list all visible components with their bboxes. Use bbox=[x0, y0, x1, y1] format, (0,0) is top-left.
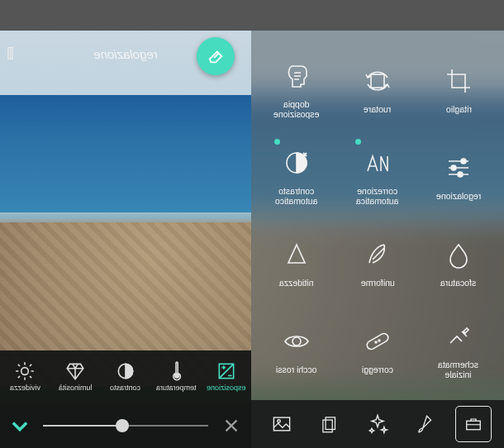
tab-contrasto[interactable]: contrasto bbox=[101, 350, 151, 403]
tool-label: ruotare bbox=[364, 104, 391, 114]
svg-point-14 bbox=[278, 420, 281, 423]
svg-rect-4 bbox=[371, 74, 384, 88]
nav-layers[interactable] bbox=[311, 406, 348, 442]
rotate-icon bbox=[361, 64, 394, 98]
tool-label: nitidezza bbox=[279, 278, 313, 288]
status-dot bbox=[355, 139, 361, 145]
tool-ritaglio[interactable]: ritaglio bbox=[418, 45, 499, 132]
adjustment-slider[interactable] bbox=[43, 425, 208, 427]
close-icon bbox=[222, 417, 240, 435]
app-root: [|] regolazione vividezza luminosità con bbox=[0, 0, 504, 448]
svg-point-11 bbox=[375, 341, 377, 343]
status-dot bbox=[274, 139, 280, 145]
splash-icon bbox=[442, 320, 475, 353]
sliders-icon bbox=[442, 151, 475, 184]
tab-temperatura[interactable]: temperatura bbox=[150, 350, 201, 403]
tool-regolazione[interactable]: regolazione bbox=[418, 132, 499, 219]
slider-bar bbox=[0, 403, 251, 448]
cancel-button[interactable] bbox=[212, 417, 251, 435]
sharpen-icon bbox=[280, 238, 313, 271]
accept-button[interactable] bbox=[0, 414, 40, 437]
workspace: [|] regolazione vividezza luminosità con bbox=[0, 31, 504, 448]
svg-rect-16 bbox=[323, 420, 332, 432]
sparkle-icon bbox=[366, 412, 389, 436]
tab-esposizione[interactable]: esposizione bbox=[201, 350, 251, 403]
tool-label: schermata iniziale bbox=[438, 360, 478, 379]
tool-label: regolazione bbox=[436, 191, 481, 201]
layers-icon bbox=[319, 413, 340, 435]
eraser-icon bbox=[207, 47, 225, 65]
exposure-icon bbox=[216, 363, 237, 379]
svg-point-8 bbox=[458, 172, 463, 177]
tab-label: temperatura bbox=[156, 384, 197, 392]
image-icon bbox=[270, 412, 293, 436]
feather-icon bbox=[361, 238, 394, 271]
nav-brush[interactable] bbox=[407, 406, 444, 442]
editor-panel: [|] regolazione vividezza luminosità con bbox=[0, 31, 251, 448]
svg-rect-10 bbox=[365, 332, 389, 351]
tool-correggi[interactable]: correggi bbox=[337, 307, 418, 393]
tool-label: doppia esposizione bbox=[273, 99, 319, 119]
autofix-icon bbox=[361, 146, 394, 179]
tab-label: esposizione bbox=[207, 384, 246, 392]
svg-point-7 bbox=[451, 165, 456, 170]
tool-label: correggi bbox=[362, 365, 393, 374]
chevron-down-icon bbox=[8, 414, 31, 437]
bandage-icon bbox=[361, 325, 394, 358]
eraser-button[interactable] bbox=[197, 37, 235, 75]
svg-point-2 bbox=[174, 373, 178, 377]
crop-icon bbox=[442, 64, 475, 98]
nav-toolbox[interactable] bbox=[455, 406, 492, 442]
tool-occhi-rossi[interactable]: occhi rossi bbox=[256, 307, 337, 393]
tab-label: luminosità bbox=[59, 384, 93, 392]
tool-correzione-automatica[interactable]: correzione automatica bbox=[337, 132, 418, 219]
tool-nitidezza[interactable]: nitidezza bbox=[256, 220, 337, 307]
tool-uniforme[interactable]: uniforme bbox=[337, 220, 418, 307]
sun-icon bbox=[14, 363, 36, 379]
brush-icon bbox=[415, 413, 436, 435]
tab-vividezza[interactable]: vividezza bbox=[0, 350, 50, 403]
tool-schermata-iniziale[interactable]: schermata iniziale bbox=[418, 307, 499, 393]
svg-rect-13 bbox=[273, 417, 289, 431]
tab-luminosita[interactable]: luminosità bbox=[50, 350, 101, 403]
thermometer-icon bbox=[165, 363, 187, 379]
tool-ruotare[interactable]: ruotare bbox=[337, 45, 418, 132]
statusbar bbox=[0, 0, 504, 31]
bottom-nav bbox=[251, 400, 504, 448]
svg-point-6 bbox=[461, 159, 466, 164]
tool-label: ritaglio bbox=[446, 104, 472, 114]
slider-thumb[interactable] bbox=[116, 419, 129, 432]
drop-icon bbox=[442, 238, 475, 271]
tool-label: sfocatura bbox=[440, 278, 476, 288]
svg-rect-17 bbox=[467, 421, 481, 430]
eye-icon bbox=[280, 325, 313, 358]
svg-point-12 bbox=[378, 340, 380, 341]
svg-rect-15 bbox=[326, 417, 335, 430]
diamond-icon bbox=[64, 363, 86, 379]
nav-effects[interactable] bbox=[359, 406, 396, 442]
tool-sfocatura[interactable]: sfocatura bbox=[418, 220, 499, 307]
adjustment-tabs: vividezza luminosità contrasto temperatu… bbox=[0, 350, 251, 403]
head-icon bbox=[280, 60, 313, 93]
autocontrast-icon bbox=[280, 146, 313, 179]
halfcircle-icon bbox=[115, 363, 136, 379]
svg-point-9 bbox=[292, 337, 301, 346]
tool-overlay: doppia esposizione ruotare ritaglio cont… bbox=[251, 31, 504, 448]
editor-header: [|] regolazione bbox=[0, 34, 251, 72]
svg-point-0 bbox=[21, 367, 29, 374]
tab-label: vividezza bbox=[10, 384, 40, 392]
tab-label: contrasto bbox=[110, 384, 140, 392]
tool-label: correzione automatica bbox=[356, 186, 398, 206]
nav-image[interactable] bbox=[264, 406, 300, 442]
tool-label: occhi rossi bbox=[276, 365, 317, 374]
tool-label: uniforme bbox=[361, 278, 395, 288]
tool-contrasto-automatico[interactable]: contrasto automatico bbox=[256, 132, 337, 219]
tool-grid: doppia esposizione ruotare ritaglio cont… bbox=[251, 31, 504, 400]
tool-doppia-esposizione[interactable]: doppia esposizione bbox=[256, 45, 337, 132]
tool-label: contrasto automatico bbox=[275, 186, 317, 206]
toolbox-icon bbox=[464, 414, 483, 434]
